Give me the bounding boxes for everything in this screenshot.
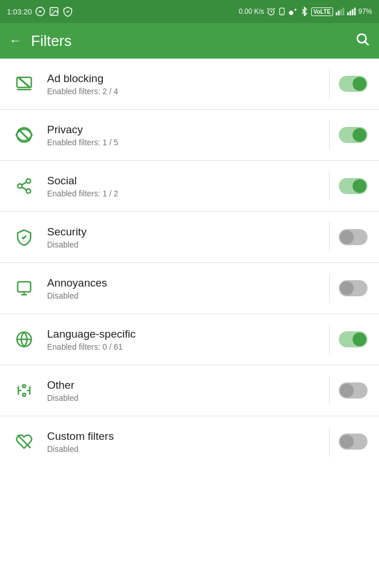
toggle-thumb-other <box>340 384 354 397</box>
svg-line-26 <box>22 187 27 190</box>
annoyances-icon <box>11 276 37 301</box>
status-time: 1:03:20 <box>7 7 32 16</box>
filter-text-other: OtherDisabled <box>47 379 324 403</box>
alarm-icon <box>266 7 276 16</box>
svg-line-4 <box>267 8 268 9</box>
filter-item-social[interactable]: SocialEnabled filters: 1 / 2 <box>0 161 379 212</box>
filter-name-social: Social <box>47 175 324 187</box>
svg-line-27 <box>22 182 27 185</box>
toggle-other[interactable] <box>339 382 368 399</box>
status-bar: 1:03:20 0.00 K/s VoLTE 97% <box>0 0 379 23</box>
ad-blocking-icon <box>11 71 37 96</box>
security-icon <box>11 225 37 250</box>
svg-point-23 <box>26 179 31 184</box>
filter-name-security: Security <box>47 226 324 238</box>
app-bar: ← Filters <box>0 23 379 59</box>
toggle-social[interactable] <box>339 178 368 194</box>
toggle-security[interactable] <box>339 229 368 245</box>
filter-item-annoyances[interactable]: AnnoyancesDisabled <box>0 263 379 314</box>
svg-rect-13 <box>350 11 351 16</box>
bluetooth-icon <box>300 7 309 16</box>
back-button[interactable]: ← <box>9 33 22 48</box>
toggle-area-language-specific <box>329 324 368 354</box>
filter-name-ad-blocking: Ad blocking <box>47 72 324 85</box>
filter-name-custom-filters: Custom filters <box>47 430 324 443</box>
toggle-annoyances[interactable] <box>339 280 368 296</box>
key-icon <box>288 7 297 16</box>
filter-item-security[interactable]: SecurityDisabled <box>0 212 379 263</box>
filter-name-other: Other <box>47 379 324 392</box>
toggle-thumb-language-specific <box>353 332 366 346</box>
svg-rect-10 <box>341 9 342 16</box>
filter-subtitle-other: Disabled <box>47 393 324 403</box>
privacy-icon <box>11 122 37 148</box>
4g-signal-icon <box>347 7 356 16</box>
app-bar-left: ← Filters <box>9 32 72 50</box>
filter-subtitle-ad-blocking: Enabled filters: 2 / 4 <box>47 87 324 96</box>
svg-point-36 <box>23 393 26 396</box>
toggle-thumb-privacy <box>353 128 366 142</box>
toggle-area-security <box>329 222 368 252</box>
toggle-area-social <box>329 171 368 201</box>
search-icon <box>355 32 370 47</box>
custom-icon <box>11 429 37 454</box>
filter-text-security: SecurityDisabled <box>47 226 324 249</box>
svg-rect-15 <box>354 7 356 15</box>
filter-list: Ad blockingEnabled filters: 2 / 4Privacy… <box>0 59 379 467</box>
toggle-thumb-annoyances <box>340 281 354 295</box>
toggle-thumb-custom-filters <box>340 435 354 448</box>
toggle-ad-blocking[interactable] <box>339 76 368 92</box>
svg-line-5 <box>273 8 274 9</box>
svg-rect-11 <box>343 7 345 15</box>
filter-item-custom-filters[interactable]: Custom filtersDisabled <box>0 416 379 467</box>
svg-line-20 <box>18 78 30 88</box>
svg-rect-14 <box>352 9 354 16</box>
gallery-icon <box>49 6 59 17</box>
toggle-custom-filters[interactable] <box>339 434 368 450</box>
filter-subtitle-security: Disabled <box>47 240 324 249</box>
svg-point-2 <box>52 9 53 10</box>
filter-text-privacy: PrivacyEnabled filters: 1 / 5 <box>47 123 324 147</box>
whatsapp-icon <box>35 6 45 17</box>
social-icon <box>11 173 37 199</box>
svg-rect-12 <box>347 12 349 15</box>
filter-subtitle-social: Enabled filters: 1 / 2 <box>47 189 324 198</box>
toggle-thumb-security <box>340 230 354 244</box>
page-title: Filters <box>31 32 72 50</box>
status-left: 1:03:20 <box>7 6 73 17</box>
toggle-area-custom-filters <box>329 427 368 457</box>
toggle-thumb-social <box>353 179 366 193</box>
toggle-language-specific[interactable] <box>339 331 368 347</box>
filter-item-other[interactable]: OtherDisabled <box>0 365 379 416</box>
filter-text-ad-blocking: Ad blockingEnabled filters: 2 / 4 <box>47 72 324 96</box>
filter-item-language-specific[interactable]: Language-specificEnabled filters: 0 / 61 <box>0 314 379 365</box>
filter-text-custom-filters: Custom filtersDisabled <box>47 430 324 454</box>
filter-name-annoyances: Annoyances <box>47 277 324 289</box>
search-button[interactable] <box>355 32 370 50</box>
volte-badge: VoLTE <box>311 7 333 16</box>
filter-name-language-specific: Language-specific <box>47 328 324 341</box>
filter-item-privacy[interactable]: PrivacyEnabled filters: 1 / 5 <box>0 110 379 161</box>
filter-text-annoyances: AnnoyancesDisabled <box>47 277 324 300</box>
toggle-area-other <box>329 376 368 405</box>
toggle-thumb-ad-blocking <box>353 77 366 91</box>
filter-subtitle-privacy: Enabled filters: 1 / 5 <box>47 138 324 147</box>
other-icon <box>11 378 37 403</box>
svg-rect-9 <box>338 11 340 16</box>
filter-text-language-specific: Language-specificEnabled filters: 0 / 61 <box>47 328 324 351</box>
toggle-privacy[interactable] <box>339 127 368 143</box>
filter-item-ad-blocking[interactable]: Ad blockingEnabled filters: 2 / 4 <box>0 59 379 110</box>
filter-subtitle-language-specific: Enabled filters: 0 / 61 <box>47 342 324 351</box>
shield-check-icon <box>63 6 73 17</box>
filter-text-social: SocialEnabled filters: 1 / 2 <box>47 175 324 198</box>
status-right: 0.00 K/s VoLTE 97% <box>239 7 372 16</box>
toggle-area-ad-blocking <box>329 69 368 99</box>
svg-point-16 <box>357 34 366 42</box>
toggle-area-privacy <box>329 120 368 150</box>
svg-point-24 <box>18 184 22 188</box>
signal-icon <box>335 7 345 16</box>
svg-line-17 <box>365 42 369 45</box>
toggle-area-annoyances <box>329 273 368 303</box>
battery-percentage: 97% <box>358 7 372 16</box>
phone-icon <box>278 7 286 16</box>
